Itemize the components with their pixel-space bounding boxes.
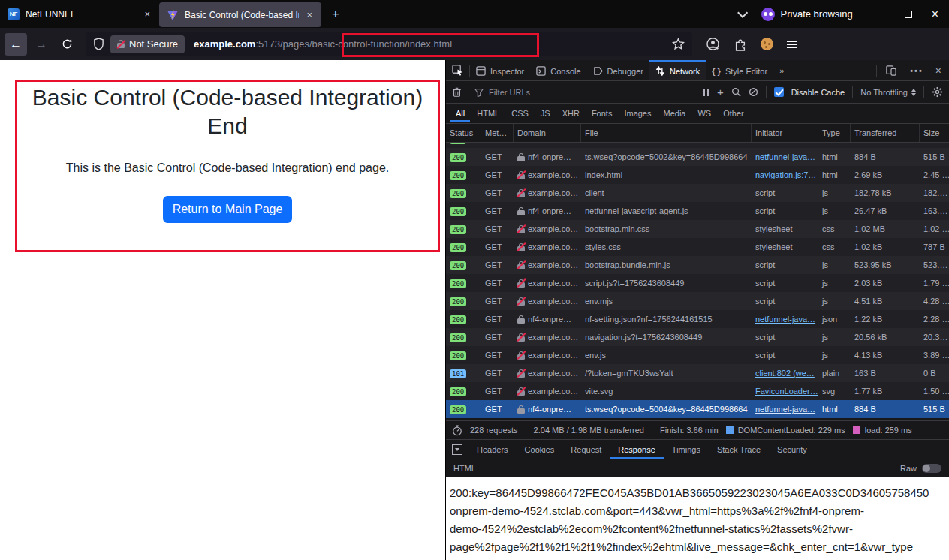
menu-hamburger-icon[interactable] bbox=[787, 41, 797, 48]
initiator-cell[interactable]: netfunnel-java… bbox=[752, 405, 818, 414]
transferred-cell: 884 B bbox=[851, 152, 920, 161]
network-request-row[interactable]: 200GETexample.co…env.mjsscriptjs4.51 kB4… bbox=[446, 292, 949, 310]
search-icon[interactable] bbox=[731, 87, 741, 97]
type-filter-other[interactable]: Other bbox=[718, 106, 749, 122]
method-cell: GET bbox=[481, 260, 514, 269]
network-request-row[interactable]: 200GETexample.co…env.jsscriptjs4.13 kB3.… bbox=[446, 346, 949, 364]
column-header-type[interactable]: Type bbox=[818, 124, 851, 142]
return-to-main-button[interactable]: Return to Main Page bbox=[163, 196, 292, 223]
disable-cache-checkbox[interactable] bbox=[774, 87, 784, 97]
devtools-tab-style-editor[interactable]: { }Style Editor bbox=[706, 60, 773, 80]
responsive-design-mode-icon[interactable] bbox=[880, 65, 902, 76]
extensions-puzzle-icon[interactable] bbox=[734, 38, 747, 51]
initiator-cell[interactable]: FaviconLoader… bbox=[752, 387, 818, 396]
network-request-row[interactable]: 200GETnf4-onpre…ts.wseq?opcode=5004&key=… bbox=[446, 400, 949, 418]
window-maximize-button[interactable] bbox=[905, 11, 912, 18]
devtools-options-icon[interactable]: ••• bbox=[905, 66, 928, 75]
add-request-icon[interactable]: + bbox=[717, 86, 724, 98]
pick-element-icon[interactable] bbox=[446, 60, 469, 80]
network-request-row[interactable]: 200GETexample.co…bootstrap.bundle.min.js… bbox=[446, 256, 949, 274]
back-button[interactable]: ← bbox=[5, 33, 27, 56]
network-request-row[interactable]: 200GETexample.co…clientscriptjs182.78 kB… bbox=[446, 184, 949, 202]
throttling-select[interactable]: No Throttling bbox=[860, 88, 916, 97]
requests-count[interactable]: 228 requests bbox=[470, 426, 518, 435]
detail-tab-cookies[interactable]: Cookies bbox=[517, 440, 563, 459]
column-header-transferred[interactable]: Transferred bbox=[851, 124, 920, 142]
network-request-row[interactable]: 200GETexample.co…navigation.js?t=1756243… bbox=[446, 328, 949, 346]
transferred-total[interactable]: 2.04 MB / 1.98 MB transferred bbox=[534, 426, 644, 435]
detail-tab-headers[interactable]: Headers bbox=[468, 440, 517, 459]
detail-tab-stack-trace[interactable]: Stack Trace bbox=[709, 440, 769, 459]
pause-traffic-icon[interactable] bbox=[703, 89, 709, 96]
type-filter-xhr[interactable]: XHR bbox=[557, 106, 585, 122]
network-request-row[interactable]: 101GETexample.co…/?token=gmTKU3wsYaltcli… bbox=[446, 364, 949, 382]
cookie-icon[interactable] bbox=[761, 38, 773, 50]
network-request-row[interactable]: 200GETnf4-onpre…netfunnel-javascript-age… bbox=[446, 202, 949, 220]
tab-basic-control[interactable]: Basic Control (Code-based Inte × bbox=[159, 2, 321, 27]
network-request-row[interactable]: 200GETexample.co…bootstrap.min.cssstyles… bbox=[446, 220, 949, 238]
network-request-row[interactable]: 200GETexample.co…styles.cssstylesheetcss… bbox=[446, 238, 949, 256]
block-url-icon[interactable] bbox=[749, 87, 758, 97]
network-request-list[interactable]: 200GETnetfunnel-java…200GETnf4-onpre…ts.… bbox=[446, 143, 949, 420]
devtools-tab-debugger[interactable]: Debugger bbox=[587, 60, 649, 80]
devtools-tab-inspector[interactable]: Inspector bbox=[470, 60, 530, 80]
devtools-tab-console[interactable]: Console bbox=[530, 60, 586, 80]
devtools-close-icon[interactable]: × bbox=[931, 65, 946, 77]
type-filter-images[interactable]: Images bbox=[619, 106, 656, 122]
type-filter-media[interactable]: Media bbox=[658, 106, 691, 122]
response-body[interactable]: 200:key=86445D99866472FEC045A35BD01AB366… bbox=[446, 477, 949, 560]
filter-urls-input[interactable]: Filter URLs bbox=[474, 88, 697, 97]
type-filter-js[interactable]: JS bbox=[535, 106, 556, 122]
column-header-status[interactable]: Status bbox=[446, 124, 481, 142]
initiator-cell[interactable]: netfunnel-java… bbox=[752, 152, 818, 161]
status-cell: 200 bbox=[446, 333, 481, 342]
type-filter-all[interactable]: All bbox=[450, 106, 470, 122]
tab-netfunnel[interactable]: NF NetFUNNEL × bbox=[0, 0, 159, 28]
detail-tab-security[interactable]: Security bbox=[769, 440, 815, 459]
clear-requests-trash-icon[interactable] bbox=[452, 87, 462, 98]
window-close-button[interactable]: × bbox=[932, 11, 938, 18]
column-header-size[interactable]: Size bbox=[920, 124, 949, 142]
detail-tab-timings[interactable]: Timings bbox=[664, 440, 709, 459]
detail-tab-response[interactable]: Response bbox=[610, 440, 664, 459]
lock-icon bbox=[517, 207, 525, 215]
type-filter-ws[interactable]: WS bbox=[692, 106, 716, 122]
type-filter-fonts[interactable]: Fonts bbox=[586, 106, 618, 122]
tab-close-icon[interactable]: × bbox=[143, 8, 152, 20]
network-request-row[interactable]: 200GETnf4-onpre…ts.wseq?opcode=5002&key=… bbox=[446, 148, 949, 166]
network-request-row[interactable]: 200GETnetfunnel-java… bbox=[446, 143, 949, 148]
network-request-row[interactable]: 200GETexample.co…vite.svgFaviconLoader…s… bbox=[446, 382, 949, 400]
initiator-cell: script bbox=[752, 333, 818, 342]
not-secure-chip[interactable]: Not Secure bbox=[110, 35, 185, 53]
network-request-row[interactable]: 200GETexample.co…script.js?t=17562436084… bbox=[446, 274, 949, 292]
forward-button[interactable]: → bbox=[30, 33, 53, 56]
reload-button[interactable] bbox=[56, 33, 78, 56]
window-minimize-button[interactable] bbox=[877, 14, 885, 15]
shield-icon[interactable] bbox=[93, 38, 104, 50]
tab-close-icon[interactable]: × bbox=[305, 9, 314, 20]
more-tabs-chevrons-icon[interactable]: » bbox=[773, 60, 790, 80]
list-tabs-chevron-icon[interactable] bbox=[737, 7, 748, 17]
column-header-met[interactable]: Met… bbox=[481, 124, 514, 142]
initiator-cell[interactable]: netfunnel-java… bbox=[752, 315, 818, 324]
network-request-row[interactable]: 200GETnf4-onpre…nf-setting.json?nf=17562… bbox=[446, 310, 949, 328]
toggle-details-pane-icon[interactable] bbox=[452, 444, 462, 455]
initiator-cell[interactable]: navigation.js:7… bbox=[752, 170, 818, 179]
bookmark-star-icon[interactable] bbox=[672, 38, 685, 50]
column-header-file[interactable]: File bbox=[581, 124, 752, 142]
devtools-tab-network[interactable]: Network bbox=[649, 60, 706, 80]
column-header-domain[interactable]: Domain bbox=[514, 124, 581, 142]
raw-toggle-switch[interactable] bbox=[922, 464, 941, 473]
account-icon[interactable] bbox=[706, 37, 720, 51]
url-bar[interactable]: Not Secure example.com:5173/pages/basic-… bbox=[86, 32, 692, 56]
network-settings-gear-icon[interactable] bbox=[932, 86, 943, 98]
new-tab-button[interactable]: + bbox=[332, 7, 339, 22]
initiator-cell[interactable]: client:802 (we… bbox=[752, 369, 818, 378]
type-cell: js bbox=[818, 278, 851, 288]
type-filter-html[interactable]: HTML bbox=[471, 106, 505, 122]
type-filter-css[interactable]: CSS bbox=[506, 106, 534, 122]
column-header-initiator[interactable]: Initiator bbox=[752, 124, 818, 142]
initiator-cell[interactable]: netfunnel-java… bbox=[752, 143, 818, 143]
network-request-row[interactable]: 200GETexample.co…index.htmlnavigation.js… bbox=[446, 166, 949, 184]
detail-tab-request[interactable]: Request bbox=[562, 440, 610, 459]
